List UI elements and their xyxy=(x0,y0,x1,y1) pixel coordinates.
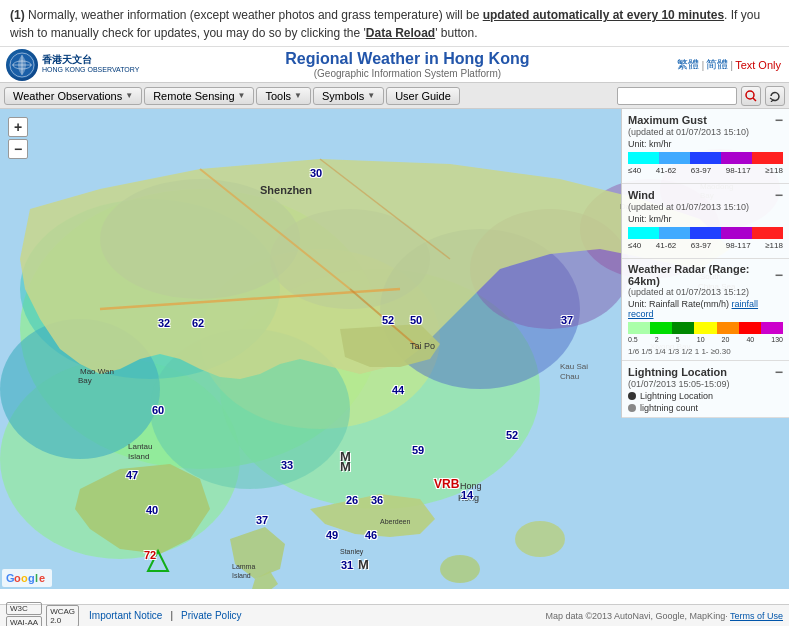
logo: 香港天文台 HONG KONG OBSERVATORY xyxy=(0,47,145,83)
zoom-in-button[interactable]: + xyxy=(8,117,28,137)
lang-bar: 繁體 | 简體 | Text Only xyxy=(669,57,789,72)
logo-icon xyxy=(6,49,38,81)
radar-collapse-button[interactable]: − xyxy=(775,268,783,282)
lang-traditional[interactable]: 繁體 xyxy=(677,57,699,72)
svg-text:Chau: Chau xyxy=(560,372,579,381)
reload-icon-btn[interactable] xyxy=(765,86,785,106)
lightning-location-label: Lightning Location xyxy=(640,391,713,401)
svg-text:g: g xyxy=(28,572,35,584)
nav-right xyxy=(617,86,785,106)
terms-of-use-link[interactable]: Terms of Use xyxy=(730,611,783,621)
lightning-count-label: lightning count xyxy=(640,403,698,413)
radar-title: Weather Radar (Range: 64km) − xyxy=(628,263,783,287)
svg-text:Hong: Hong xyxy=(460,481,482,491)
search-icon-btn[interactable] xyxy=(741,86,761,106)
w3c-badge: W3C xyxy=(6,602,42,615)
w3c-badge-group: W3C WAI-AA xyxy=(6,602,42,626)
map-attribution: Map data ©2013 AutoNavi, Google, MapKing… xyxy=(545,611,783,621)
nav-remote-sensing[interactable]: Remote Sensing ▼ xyxy=(144,87,254,105)
svg-text:o: o xyxy=(21,572,28,584)
max-gust-scale xyxy=(628,152,783,164)
logo-text: 香港天文台 HONG KONG OBSERVATORY xyxy=(42,54,139,74)
svg-text:Lamma: Lamma xyxy=(232,563,255,570)
header: 香港天文台 HONG KONG OBSERVATORY Regional Wea… xyxy=(0,47,789,83)
title-area: Regional Weather in Hong Kong (Geographi… xyxy=(145,50,669,79)
max-gust-section: Maximum Gust − (updated at 01/07/2013 15… xyxy=(622,109,789,184)
radar-updated: (updated at 01/07/2013 15:12) xyxy=(628,287,783,297)
wind-scale-labels: ≤40 41-62 63-97 98-117 ≥118 xyxy=(628,241,783,250)
svg-text:l: l xyxy=(35,572,38,584)
svg-text:Island: Island xyxy=(128,452,149,461)
privacy-policy-link[interactable]: Private Policy xyxy=(181,610,242,621)
max-gust-scale-labels: ≤40 41-62 63-97 98-117 ≥118 xyxy=(628,166,783,175)
lightning-collapse-button[interactable]: − xyxy=(775,365,783,379)
svg-point-5 xyxy=(746,91,754,99)
wind-updated: (updated at 01/07/2013 15:10) xyxy=(628,202,783,212)
svg-point-21 xyxy=(515,521,565,557)
notice-bar: (1) Normally, weather information (excep… xyxy=(0,0,789,47)
wind-title: Wind − xyxy=(628,188,783,202)
chevron-down-icon: ▼ xyxy=(238,91,246,100)
chevron-down-icon: ▼ xyxy=(367,91,375,100)
notice-number: (1) xyxy=(10,8,25,22)
svg-text:Island: Island xyxy=(232,572,251,579)
max-gust-unit: Unit: km/hr xyxy=(628,139,783,149)
lang-simplified[interactable]: 简體 xyxy=(706,57,728,72)
wind-unit: Unit: km/hr xyxy=(628,214,783,224)
radar-scale-note: 1/6 1/5 1/4 1/3 1/2 1 1- ≥0.30 xyxy=(628,347,783,356)
svg-text:Kong: Kong xyxy=(458,493,479,503)
radar-unit: Unit: Rainfall Rate(mm/h) rainfall recor… xyxy=(628,299,783,319)
radar-scale xyxy=(628,322,783,334)
m-marker-2: M xyxy=(340,459,351,474)
svg-point-22 xyxy=(440,555,480,583)
nav-tools[interactable]: Tools ▼ xyxy=(256,87,311,105)
zoom-controls: + − xyxy=(8,117,28,159)
svg-text:Mao Wan: Mao Wan xyxy=(80,367,114,376)
max-gust-collapse-button[interactable]: − xyxy=(775,113,783,127)
main-title: Regional Weather in Hong Kong xyxy=(145,50,669,68)
nav-user-guide[interactable]: User Guide xyxy=(386,87,460,105)
wcag-badge: WCAG2.0 xyxy=(46,605,79,627)
svg-text:Aberdeen: Aberdeen xyxy=(380,518,410,525)
rainfall-record-link[interactable]: rainfall record xyxy=(628,299,758,319)
bottom-links: Important Notice | Private Policy xyxy=(89,610,242,621)
svg-text:Shenzhen: Shenzhen xyxy=(260,184,312,196)
m-marker-3: M xyxy=(358,557,369,572)
svg-text:Kau Sai: Kau Sai xyxy=(560,362,588,371)
svg-text:Tai Po: Tai Po xyxy=(410,341,435,351)
wind-section: Wind − (updated at 01/07/2013 15:10) Uni… xyxy=(622,184,789,259)
text-only-link[interactable]: Text Only xyxy=(735,59,781,71)
important-notice-link[interactable]: Important Notice xyxy=(89,610,162,621)
nav-symbols[interactable]: Symbols ▼ xyxy=(313,87,384,105)
search-icon xyxy=(745,90,757,102)
nav-weather-observations[interactable]: Weather Observations ▼ xyxy=(4,87,142,105)
svg-text:Bay: Bay xyxy=(78,376,92,385)
lightning-count-item: lightning count xyxy=(628,403,783,413)
lightning-location-item: Lightning Location xyxy=(628,391,783,401)
svg-line-6 xyxy=(753,98,756,101)
logo-badges: W3C WAI-AA WCAG2.0 xyxy=(6,602,79,626)
search-input[interactable] xyxy=(617,87,737,105)
sub-title: (Geographic Information System Platform) xyxy=(145,68,669,79)
svg-text:Lantau: Lantau xyxy=(128,442,152,451)
reload-icon xyxy=(769,90,781,102)
wai-aa-badge: WAI-AA xyxy=(6,616,42,626)
radar-scale-labels: 0.5 2 5 10 20 40 130 xyxy=(628,336,783,343)
svg-text:e: e xyxy=(39,572,45,584)
zoom-out-button[interactable]: − xyxy=(8,139,28,159)
wind-scale xyxy=(628,227,783,239)
lightning-title: Lightning Location − xyxy=(628,365,783,379)
nav-bar: Weather Observations ▼ Remote Sensing ▼ … xyxy=(0,83,789,109)
lightning-location-dot xyxy=(628,392,636,400)
max-gust-title: Maximum Gust − xyxy=(628,113,783,127)
max-gust-updated: (updated at 01/07/2013 15:10) xyxy=(628,127,783,137)
wind-collapse-button[interactable]: − xyxy=(775,188,783,202)
bottom-bar: W3C WAI-AA WCAG2.0 Important Notice | Pr… xyxy=(0,604,789,626)
svg-text:Stanley: Stanley xyxy=(340,548,364,556)
lightning-updated: (01/07/2013 15:05-15:09) xyxy=(628,379,783,389)
chevron-down-icon: ▼ xyxy=(125,91,133,100)
map-container[interactable]: Shenzhen Tai Po Hong Kong Mao Wan Bay La… xyxy=(0,109,789,589)
radar-section: Weather Radar (Range: 64km) − (updated a… xyxy=(622,259,789,361)
sidebar: Maximum Gust − (updated at 01/07/2013 15… xyxy=(621,109,789,418)
chevron-down-icon: ▼ xyxy=(294,91,302,100)
